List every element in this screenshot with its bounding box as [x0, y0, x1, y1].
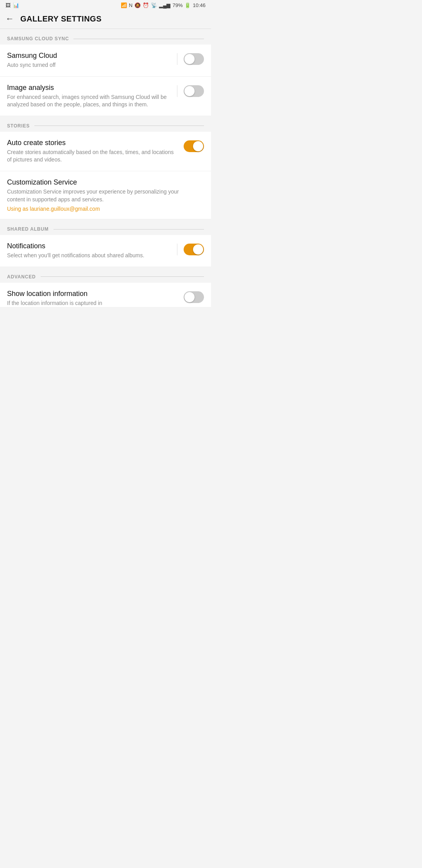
toggle-wrap-show-location: [184, 290, 204, 303]
battery-icon: 🔋: [184, 2, 191, 8]
toggle-knob-auto-create-stories: [193, 141, 203, 151]
image-icon: 🖼: [5, 2, 11, 8]
setting-text-image-analysis: Image analysis For enhanced search, imag…: [7, 84, 171, 109]
section-divider-advanced: [41, 276, 204, 277]
setting-text-notifications: Notifications Select when you'll get not…: [7, 242, 171, 260]
setting-row-notifications: Notifications Select when you'll get not…: [0, 235, 211, 267]
section-header-advanced: ADVANCED: [0, 267, 211, 283]
setting-title-image-analysis: Image analysis: [7, 84, 171, 92]
setting-desc-show-location: If the location information is captured …: [7, 299, 177, 307]
section-label-shared-album: SHARED ALBUM: [7, 226, 49, 232]
status-left-icons: 🖼 📊: [5, 2, 19, 8]
toggle-wrap-notifications: [177, 242, 204, 255]
back-button[interactable]: ←: [5, 14, 14, 24]
setting-row-customization-service: Customization Service Customization Serv…: [0, 171, 211, 219]
setting-title-auto-create-stories: Auto create stories: [7, 139, 177, 147]
setting-desc-image-analysis: For enhanced search, images synced with …: [7, 93, 171, 109]
setting-row-auto-create-stories: Auto create stories Create stories autom…: [0, 132, 211, 171]
setting-title-samsung-cloud: Samsung Cloud: [7, 52, 171, 60]
toggle-wrap-auto-create-stories: [184, 139, 204, 152]
page-header: ← GALLERY SETTINGS: [0, 10, 211, 29]
section-divider-samsung-cloud-sync: [73, 39, 204, 39]
setting-desc-customization-service: Customization Service improves your expe…: [7, 188, 198, 203]
settings-content: SAMSUNG CLOUD SYNC Samsung Cloud Auto sy…: [0, 29, 211, 307]
setting-title-customization-service: Customization Service: [7, 178, 198, 187]
section-divider-shared-album: [54, 229, 204, 230]
status-right-info: 📶 N 🔕 ⏰ 📡 ▂▄▆ 79% 🔋 10:46: [121, 2, 206, 8]
wifi-icon: 📡: [151, 2, 157, 8]
setting-title-show-location: Show location information: [7, 290, 177, 298]
sim-icon: 📶: [121, 2, 127, 8]
setting-desc-auto-create-stories: Create stories automatically based on th…: [7, 149, 177, 164]
section-header-samsung-cloud-sync: SAMSUNG CLOUD SYNC: [0, 29, 211, 45]
toggle-notifications[interactable]: [184, 244, 204, 255]
toggle-auto-create-stories[interactable]: [184, 140, 204, 152]
signal-icon: ▂▄▆: [159, 2, 170, 8]
setting-title-notifications: Notifications: [7, 242, 171, 250]
section-divider-stories: [34, 126, 204, 126]
setting-row-image-analysis: Image analysis For enhanced search, imag…: [0, 77, 211, 116]
toggle-samsung-cloud[interactable]: [184, 53, 204, 65]
toggle-knob-notifications: [193, 244, 203, 255]
toggle-divider-notifications: [177, 244, 177, 255]
toggle-show-location[interactable]: [184, 291, 204, 303]
page-title: GALLERY SETTINGS: [20, 14, 102, 23]
toggle-divider-image-analysis: [177, 85, 177, 97]
toggle-knob-samsung-cloud: [184, 54, 195, 64]
clock: 10:46: [193, 2, 206, 8]
silent-icon: 🔕: [134, 2, 141, 8]
toggle-wrap-image-analysis: [177, 84, 204, 97]
setting-text-show-location: Show location information If the locatio…: [7, 290, 177, 307]
section-label-advanced: ADVANCED: [7, 274, 36, 280]
section-label-samsung-cloud-sync: SAMSUNG CLOUD SYNC: [7, 36, 69, 41]
toggle-divider-samsung-cloud: [177, 53, 177, 65]
setting-row-show-location: Show location information If the locatio…: [0, 283, 211, 307]
setting-desc-notifications: Select when you'll get notifications abo…: [7, 252, 171, 260]
toggle-knob-image-analysis: [184, 86, 195, 96]
setting-text-customization-service: Customization Service Customization Serv…: [7, 178, 198, 212]
nfc-icon: N: [129, 2, 132, 8]
toggle-wrap-samsung-cloud: [177, 52, 204, 65]
alarm-icon: ⏰: [143, 2, 149, 8]
toggle-knob-show-location: [184, 292, 195, 302]
toggle-image-analysis[interactable]: [184, 85, 204, 97]
chart-icon: 📊: [13, 2, 19, 8]
battery-percent: 79%: [172, 2, 182, 8]
setting-desc-samsung-cloud: Auto sync turned off: [7, 61, 171, 69]
section-header-shared-album: SHARED ALBUM: [0, 219, 211, 235]
setting-text-samsung-cloud: Samsung Cloud Auto sync turned off: [7, 52, 171, 69]
setting-row-samsung-cloud: Samsung Cloud Auto sync turned off: [0, 45, 211, 77]
section-header-stories: STORIES: [0, 116, 211, 132]
section-label-stories: STORIES: [7, 123, 30, 129]
status-bar: 🖼 📊 📶 N 🔕 ⏰ 📡 ▂▄▆ 79% 🔋 10:46: [0, 0, 211, 10]
setting-text-auto-create-stories: Auto create stories Create stories autom…: [7, 139, 177, 164]
setting-link-customization-service[interactable]: Using as lauriane.guilloux@gmail.com: [7, 206, 198, 212]
